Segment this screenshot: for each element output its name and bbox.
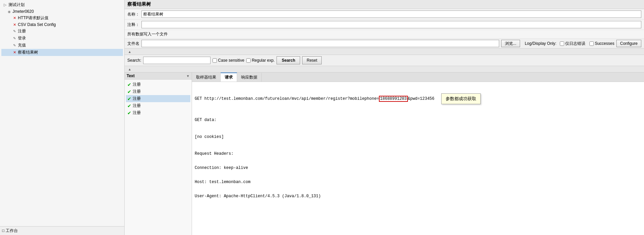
tab-request[interactable]: 请求 — [221, 72, 237, 82]
errors-label: 仅日志错误 — [565, 41, 585, 47]
viewer-icon: ✕ — [12, 50, 17, 55]
check-icon-0: ✔ — [127, 82, 131, 87]
tab-response[interactable]: 响应数据 — [237, 72, 262, 82]
panel-title: 察看结果树 — [127, 1, 151, 7]
tab-sampler[interactable]: 取样器结果 — [192, 72, 221, 82]
case-sensitive-label[interactable]: Case sensitive — [213, 58, 244, 63]
search-label: Search: — [127, 58, 141, 63]
sidebar-item-recharge-label: 充值 — [18, 42, 26, 48]
regular-exp-text: Regular exp. — [252, 58, 275, 63]
comment-label: 注释： — [127, 22, 139, 28]
results-tree-header: Text ▼ — [125, 72, 192, 80]
sidebar-item-login[interactable]: ✎ 登录 — [1, 35, 123, 42]
main-content: 察看结果树 名称： 注释： 所有数据写入一个文件 文件名 浏览... Log/D… — [125, 0, 644, 235]
search-row: Search: Case sensitive Regular exp. Sear… — [125, 55, 644, 66]
results-tree: Text ▼ ✔ 注册 ✔ 注册 ✔ 注册 — [125, 72, 192, 235]
sidebar-item-jmeter[interactable]: ◉ Jmeter0620 — [1, 8, 123, 14]
comment-row: 注释： — [125, 20, 644, 30]
browse-button[interactable]: 浏览... — [501, 40, 520, 47]
url-highlight: 18688991203 — [379, 96, 408, 102]
search-button[interactable]: Search — [277, 56, 300, 64]
search-input[interactable] — [143, 57, 211, 64]
jmeter-icon: ◉ — [7, 9, 11, 14]
check-icon-3: ✔ — [127, 103, 131, 109]
successes-checkbox-label[interactable]: Successes — [589, 41, 614, 46]
url-line: GET http://test.lemonban.com/futureloan/… — [195, 93, 641, 104]
result-item-2[interactable]: ✔ 注册 — [126, 95, 190, 102]
all-data-row: 所有数据写入一个文件 — [125, 30, 644, 39]
result-item-1[interactable]: ✔ 注册 — [126, 88, 190, 95]
name-input[interactable] — [141, 10, 641, 18]
collapse-btn[interactable]: ▲ — [127, 50, 132, 54]
results-tree-header-text: Text — [127, 74, 185, 78]
panel-header: 察看结果树 — [125, 0, 644, 9]
result-label-3: 注册 — [133, 103, 141, 109]
get-data-line: GET data: — [195, 118, 641, 122]
tree-container: ▷ 测试计划 ◉ Jmeter0620 ✕ HTTP请求默认值 ✕ CSV Da… — [0, 0, 124, 226]
regular-exp-label[interactable]: Regular exp. — [246, 58, 275, 63]
result-item-0[interactable]: ✔ 注册 — [126, 81, 190, 88]
check-icon-2: ✔ — [127, 96, 131, 101]
request-headers-line: Request Headers: — [195, 151, 641, 156]
pen-icon-register: ✎ — [12, 29, 17, 34]
pen-icon-login: ✎ — [12, 36, 17, 41]
detail-content: GET http://test.lemonban.com/futureloan/… — [192, 82, 644, 235]
scissors-icon: ✕ — [12, 16, 17, 21]
result-item-4[interactable]: ✔ 注册 — [126, 109, 190, 116]
sidebar-item-plan[interactable]: ▷ 测试计划 — [1, 1, 123, 8]
sidebar-item-viewer-label: 察看结果树 — [18, 50, 38, 55]
dropdown-icon[interactable]: ▼ — [186, 74, 190, 78]
result-label-1: 注册 — [133, 89, 141, 94]
sidebar-item-csv-label: CSV Data Set Config — [18, 22, 56, 27]
tabs-row: 取样器结果 请求 响应数据 — [192, 72, 644, 82]
url-suffix: &pwd=123456 — [408, 96, 434, 101]
comment-input[interactable] — [141, 21, 641, 28]
regular-exp-checkbox[interactable] — [246, 58, 251, 63]
user-agent-line: User-Agent: Apache-HttpClient/4.5.3 (Jav… — [195, 194, 641, 199]
log-display-label: Log/Display Only: — [525, 41, 556, 46]
successes-label: Successes — [595, 41, 614, 46]
result-item-3[interactable]: ✔ 注册 — [126, 102, 190, 109]
file-label: 文件名 — [127, 41, 139, 47]
check-icon-1: ✔ — [127, 89, 131, 94]
checkbox-group: 仅日志错误 Successes — [560, 41, 614, 47]
successes-checkbox[interactable] — [589, 41, 594, 46]
result-label-2: 注册 — [133, 96, 141, 101]
all-data-text: 所有数据写入一个文件 — [127, 31, 168, 37]
collapse-btn-2[interactable]: ▲ — [127, 67, 132, 71]
connection-line: Connection: keep-alive — [195, 166, 641, 170]
file-input[interactable] — [141, 40, 499, 47]
csv-icon: ✕ — [12, 22, 17, 27]
sidebar-item-http-label: HTTP请求默认值 — [18, 15, 49, 21]
tooltip-box: 参数都成功获取 — [441, 93, 481, 104]
reset-button[interactable]: Reset — [302, 56, 321, 64]
workbench-item[interactable]: □ 工作台 — [0, 226, 124, 235]
results-area: Text ▼ ✔ 注册 ✔ 注册 ✔ 注册 — [125, 72, 644, 235]
sidebar-item-csv[interactable]: ✕ CSV Data Set Config — [1, 22, 123, 28]
url-prefix: GET http://test.lemonban.com/futureloan/… — [195, 96, 379, 101]
cookies-line: [no cookies] — [195, 135, 641, 139]
check-icon-4: ✔ — [127, 110, 131, 116]
sidebar-item-http[interactable]: ✕ HTTP请求默认值 — [1, 14, 123, 22]
workbench-label: 工作台 — [6, 228, 18, 233]
sidebar-item-login-label: 登录 — [18, 35, 26, 41]
result-label-4: 注册 — [133, 110, 141, 116]
result-label-0: 注册 — [133, 82, 141, 87]
sidebar-item-recharge[interactable]: ✎ 充值 — [1, 42, 123, 49]
host-line: Host: test.lemonban.com — [195, 180, 641, 184]
name-label: 名称： — [127, 11, 139, 17]
pen-icon-recharge: ✎ — [12, 43, 17, 48]
errors-checkbox[interactable] — [560, 41, 564, 46]
sidebar-item-register[interactable]: ✎ 注册 — [1, 28, 123, 35]
case-sensitive-text: Case sensitive — [218, 58, 244, 63]
results-list: ✔ 注册 ✔ 注册 ✔ 注册 ✔ 注册 — [125, 80, 192, 235]
name-row: 名称： — [125, 9, 644, 20]
workbench-icon: □ — [2, 228, 4, 233]
errors-checkbox-label[interactable]: 仅日志错误 — [560, 41, 585, 47]
sidebar-item-viewer[interactable]: ✕ 察看结果树 — [1, 49, 123, 56]
configure-button[interactable]: Configure — [616, 40, 641, 47]
sidebar: ▷ 测试计划 ◉ Jmeter0620 ✕ HTTP请求默认值 ✕ CSV Da… — [0, 0, 125, 235]
sidebar-item-register-label: 注册 — [18, 28, 26, 34]
case-sensitive-checkbox[interactable] — [213, 58, 217, 63]
sidebar-item-jmeter-label: Jmeter0620 — [12, 9, 34, 14]
